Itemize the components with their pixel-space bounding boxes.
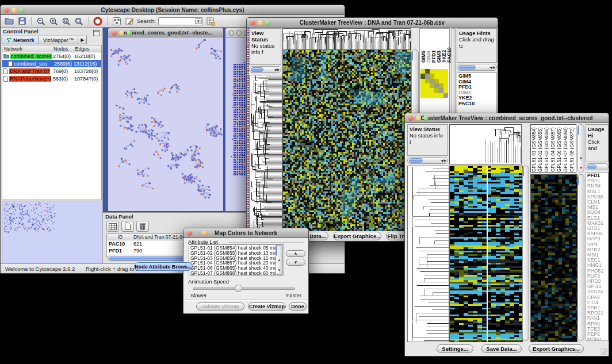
maximize-icon[interactable] <box>265 20 270 25</box>
tab-network[interactable]: Network <box>2 36 39 44</box>
gene-row[interactable]: MON2 <box>587 337 607 341</box>
scrollbar-thumb[interactable] <box>409 158 423 163</box>
treeview1-status-hscrollbar[interactable]: ◀▶ <box>249 66 281 73</box>
resize-grip[interactable] <box>600 348 607 355</box>
column-label[interactable]: GPL51-06 (GSM865) <box>557 125 563 172</box>
maximize-icon[interactable] <box>19 7 24 13</box>
annotation-icon[interactable] <box>124 16 135 26</box>
scroll-down-icon[interactable]: ▼ <box>278 269 281 272</box>
column-label[interactable]: GPL51-04 (GSM857) <box>550 125 557 172</box>
network-overview-thumbnail[interactable] <box>2 201 103 264</box>
scroll-right-icon[interactable]: ▶ <box>492 66 495 69</box>
speed-slider-thumb[interactable] <box>235 285 242 292</box>
treeview2-labels-vscrollbar[interactable]: ▲▼ <box>577 124 584 173</box>
column-label[interactable]: GIM3 <box>436 29 441 63</box>
scroll-left-icon[interactable]: ◀ <box>441 159 443 162</box>
scroll-down-icon[interactable]: ▼ <box>579 166 583 170</box>
network-row[interactable]: combined_scores 2764(0) 16218(0) <box>2 52 101 60</box>
close-icon[interactable] <box>229 30 234 36</box>
chevron-down-icon[interactable]: ▼ <box>195 18 202 24</box>
scrollbar-thumb[interactable] <box>523 166 524 177</box>
vizmapper-icon[interactable] <box>112 16 122 26</box>
scrollbar-thumb[interactable] <box>412 49 413 60</box>
delete-attribute-icon[interactable] <box>136 221 149 232</box>
scroll-left-icon[interactable]: ◀ <box>274 68 277 71</box>
scrollbar-thumb[interactable] <box>458 65 476 70</box>
treeview1-title-bar[interactable]: ClusterMaker TreeView : DNA and Tran 07-… <box>247 18 498 28</box>
network-row-selected[interactable]: combined_sco 2569(6) 13112(15) <box>2 60 101 67</box>
new-attribute-icon[interactable] <box>121 221 134 232</box>
scrollbar-thumb[interactable] <box>578 174 579 185</box>
scrollbar-thumb[interactable] <box>587 164 596 169</box>
column-header[interactable]: Edges <box>75 46 101 52</box>
done-button[interactable]: Done <box>289 302 307 311</box>
column-label[interactable]: PAC10 <box>446 29 452 63</box>
network-row[interactable]: RNAPuberNov2+l 563(0) 107847(0) <box>2 75 101 82</box>
export-graphics-button[interactable]: Export Graphics... <box>333 232 381 240</box>
tab-overflow-arrow[interactable]: ▶ <box>78 36 87 44</box>
treeview2-title-bar[interactable]: ClusterMaker TreeView : combined_scores_… <box>405 113 609 123</box>
column-header-id[interactable]: ID <box>107 234 133 240</box>
close-icon[interactable] <box>112 30 117 36</box>
maximize-icon[interactable] <box>202 231 207 236</box>
treeview1-row-dendrogram[interactable] <box>249 75 282 231</box>
column-label[interactable]: GPL51-02 (GSM855) <box>538 125 544 172</box>
move-up-button[interactable]: ∧ <box>286 250 305 257</box>
scroll-up-icon[interactable]: ▲ <box>579 156 583 159</box>
column-label[interactable]: PFD1 <box>431 29 436 63</box>
tab-vizmapper[interactable]: VizMapper™ <box>39 36 79 44</box>
minimize-icon[interactable] <box>258 20 263 25</box>
table-row[interactable]: PAC10 621 <box>107 240 192 247</box>
treeview2-sub-vscrollbar[interactable] <box>577 174 584 341</box>
column-label[interactable]: YKE2 <box>441 29 446 63</box>
treeview1-subheatmap[interactable] <box>420 69 448 98</box>
scroll-right-icon[interactable]: ▶ <box>277 68 280 71</box>
minimize-icon[interactable] <box>416 116 421 121</box>
zoom-in-icon[interactable] <box>48 16 59 26</box>
minimize-icon[interactable] <box>236 30 242 36</box>
attribute-item[interactable]: GPL51-07 (GSM868) heat shock 60 min <box>190 271 282 275</box>
column-label[interactable]: GPL51-03 (GSM856) <box>544 125 550 172</box>
column-header[interactable]: Network <box>2 46 53 52</box>
treeview1-usage-hscrollbar[interactable]: ◀▶ <box>457 64 497 71</box>
minimize-icon[interactable] <box>12 7 17 13</box>
attribute-list-vscrollbar[interactable]: ▲▼ <box>276 245 283 275</box>
treeview1-column-dendrogram[interactable] <box>282 28 411 51</box>
close-icon[interactable] <box>250 20 255 25</box>
attribute-select-icon[interactable] <box>106 221 119 232</box>
treeview2-vscrollbar[interactable] <box>522 166 529 341</box>
column-label[interactable]: GPL51-01 (GSM854) <box>531 125 538 172</box>
help-lifebuoy-icon[interactable] <box>93 16 103 26</box>
scrollbar-thumb[interactable] <box>578 124 579 135</box>
treeview2-heatmap[interactable] <box>449 166 523 342</box>
open-icon[interactable] <box>4 16 14 26</box>
maximize-icon[interactable] <box>127 30 132 36</box>
create-vizmap-button[interactable]: Create Vizmap <box>248 302 286 311</box>
save-icon[interactable] <box>17 16 27 26</box>
network-table-header[interactable]: Network Nodes Edges <box>2 45 101 52</box>
column-label[interactable]: GPL51-07 (GSM868) <box>563 125 569 172</box>
scrollbar-thumb[interactable] <box>251 67 263 72</box>
network-row[interactable]: DNA and Tran 07 769(0) 183728(0) <box>2 67 101 75</box>
scroll-right-icon[interactable]: ▶ <box>443 159 446 162</box>
close-icon[interactable] <box>408 116 414 121</box>
network-view-window-1[interactable]: combined_scores_good.txt--cluste... <box>108 28 224 212</box>
column-header[interactable]: Nodes <box>53 46 75 52</box>
save-data-button[interactable]: Save Data... <box>481 344 522 353</box>
column-header-attr[interactable]: DNA and Tran 07-21-06... <box>133 234 191 240</box>
treeview2-usage-hscrollbar[interactable] <box>586 163 609 170</box>
network-canvas[interactable] <box>108 37 223 211</box>
treeview1-heatmap[interactable] <box>282 49 411 231</box>
scroll-left-icon[interactable]: ◀ <box>489 66 492 69</box>
settings-button[interactable]: Settings... <box>437 344 473 353</box>
table-row[interactable]: PFD1 790 <box>107 247 192 254</box>
zoom-selected-icon[interactable] <box>61 16 71 26</box>
animate-vizmap-button[interactable]: Animate Vizmap <box>196 302 244 311</box>
column-label[interactable]: GIM5 <box>420 29 426 63</box>
node-attribute-browser-tab[interactable]: Node Attribute Brows... <box>134 262 193 271</box>
network-table-icon[interactable] <box>205 16 216 26</box>
minimize-icon[interactable] <box>119 30 124 36</box>
treeview2-subheatmap[interactable] <box>530 174 577 342</box>
float-panel-icon[interactable] <box>93 28 100 39</box>
move-down-button[interactable]: ∨ <box>286 259 305 266</box>
